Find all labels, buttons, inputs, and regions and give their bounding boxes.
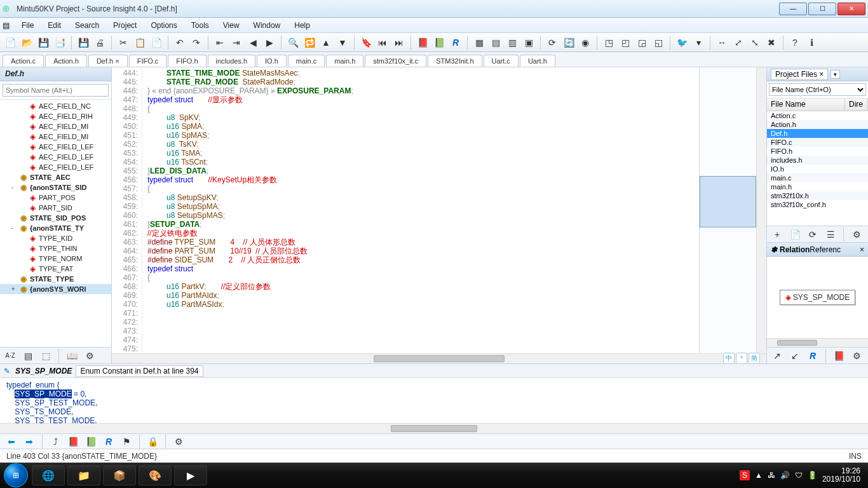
file-tab[interactable]: Uart.c bbox=[484, 55, 519, 67]
tree-item[interactable]: ◈TYPE_FAT bbox=[0, 264, 111, 274]
indent-right-icon[interactable]: ⇥ bbox=[229, 35, 244, 50]
file-list-item[interactable]: Def.h bbox=[767, 129, 868, 138]
indent-icon[interactable]: ▶ bbox=[262, 35, 277, 50]
file-list-item[interactable]: main.c bbox=[767, 173, 868, 182]
file-tab[interactable]: stm32f10x_it.c bbox=[365, 55, 426, 67]
help-icon[interactable]: ? bbox=[787, 35, 803, 50]
tree-item[interactable]: ◈TYPE_KID bbox=[0, 233, 111, 243]
replace-icon[interactable]: 🔁 bbox=[302, 35, 317, 50]
vertical-scrollbar[interactable] bbox=[756, 67, 766, 353]
col-dir[interactable]: Dire bbox=[845, 98, 868, 111]
code-editor[interactable]: STATE_TIME_MODE StateMasMsAec; STATE_RAD… bbox=[142, 67, 699, 353]
tree-item[interactable]: ◈PART_POS bbox=[0, 193, 111, 203]
relation-icon[interactable]: R bbox=[448, 35, 463, 50]
find-next-icon[interactable]: ▼ bbox=[335, 35, 350, 50]
nav-flag-icon[interactable]: ⚑ bbox=[119, 434, 134, 449]
nav-lock-icon[interactable]: 🔒 bbox=[145, 434, 160, 449]
nav-fwd-icon[interactable]: ➡ bbox=[22, 434, 37, 449]
minimap[interactable] bbox=[699, 67, 756, 353]
nav-book2-icon[interactable]: 📗 bbox=[83, 434, 98, 449]
tree-item[interactable]: ◈AEC_FIELD_LEF bbox=[0, 152, 111, 162]
refresh2-icon[interactable]: ⟳ bbox=[805, 227, 820, 242]
add-icon[interactable]: + bbox=[770, 227, 785, 242]
nav-back-icon[interactable]: ⬅ bbox=[4, 434, 19, 449]
nav-r-icon[interactable]: R bbox=[101, 434, 116, 449]
tree-item[interactable]: -◉{anonSTATE_SID bbox=[0, 182, 111, 193]
print-icon[interactable]: 🖨 bbox=[92, 35, 107, 50]
rel-gear-icon[interactable]: ⚙ bbox=[849, 348, 864, 363]
tree-item[interactable]: -◉{anonSTATE_TY bbox=[0, 223, 111, 233]
file-list-item[interactable]: stm32f10x.h bbox=[767, 191, 868, 200]
book-view-icon[interactable]: 📖 bbox=[64, 348, 79, 363]
panel4-icon[interactable]: ▣ bbox=[521, 35, 536, 50]
bookmark-next-icon[interactable]: ⏭ bbox=[391, 35, 407, 50]
tree-item[interactable]: ◈AEC_FIELD_LEF bbox=[0, 142, 111, 152]
file-list-item[interactable]: IO.h bbox=[767, 165, 868, 173]
horizontal-scrollbar[interactable] bbox=[112, 353, 766, 363]
indent-left-icon[interactable]: ⇤ bbox=[212, 35, 227, 50]
type-view-icon[interactable]: ⬚ bbox=[38, 348, 53, 363]
sync-icon[interactable]: ⟳ bbox=[545, 35, 560, 50]
window4-icon[interactable]: ◱ bbox=[651, 35, 666, 50]
nav-up-icon[interactable]: ⤴ bbox=[48, 434, 63, 449]
taskbar-app-3[interactable]: 📦 bbox=[103, 465, 136, 485]
file-tab[interactable]: STM32Init.h bbox=[428, 55, 482, 67]
gear-icon[interactable]: ⚙ bbox=[849, 227, 864, 242]
nav-book1-icon[interactable]: 📕 bbox=[65, 434, 81, 449]
filter-icon[interactable]: ☰ bbox=[823, 227, 838, 242]
tray-flag-icon[interactable]: ▲ bbox=[755, 471, 763, 480]
paste-icon[interactable]: 📄 bbox=[149, 35, 164, 50]
goto1-icon[interactable]: ↔ bbox=[714, 35, 729, 50]
taskbar-clock[interactable]: 19:26 2019/10/10 bbox=[822, 467, 860, 484]
file-list-item[interactable]: Action.c bbox=[767, 111, 868, 120]
symbol-filter-input[interactable] bbox=[3, 84, 109, 97]
maximize-button[interactable]: ☐ bbox=[808, 3, 836, 15]
tree-item[interactable]: ◉STATE_SID_POS bbox=[0, 213, 111, 223]
tree-item[interactable]: ◈AEC_FIELD_LEF bbox=[0, 162, 111, 172]
doc-icon[interactable]: 📄 bbox=[787, 227, 803, 242]
copy-icon[interactable]: 📋 bbox=[132, 35, 147, 50]
file-tab[interactable]: Action.c bbox=[3, 55, 44, 67]
menu-view[interactable]: View bbox=[217, 20, 246, 31]
context-hscroll[interactable] bbox=[0, 423, 868, 433]
struct-view-icon[interactable]: ▤ bbox=[20, 348, 36, 363]
tray-bat-icon[interactable]: 🔋 bbox=[808, 471, 817, 480]
file-list-item[interactable]: main.h bbox=[767, 182, 868, 191]
stop-icon[interactable]: ◉ bbox=[578, 35, 593, 50]
context-code[interactable]: typedef enum { SYS_SP_MODE = 0, SYS_SP_T… bbox=[0, 378, 868, 423]
file-tab[interactable]: Def.h × bbox=[88, 55, 128, 67]
tree-item[interactable]: ◈AEC_FIELD_NC bbox=[0, 101, 111, 111]
file-tab[interactable]: IO.h bbox=[257, 55, 287, 67]
file-tab[interactable]: FIFO.c bbox=[129, 55, 167, 67]
rel-out-icon[interactable]: ↗ bbox=[770, 348, 785, 363]
tree-item[interactable]: ◈AEC_FIELD_MI bbox=[0, 132, 111, 142]
bookmark-prev-icon[interactable]: ⏮ bbox=[375, 35, 390, 50]
menu-help[interactable]: Help bbox=[288, 20, 316, 31]
rel-r-icon[interactable]: R bbox=[805, 348, 820, 363]
file-tab[interactable]: main.h bbox=[326, 55, 363, 67]
taskbar-app-1[interactable]: 🌐 bbox=[32, 465, 65, 485]
panel3-icon[interactable]: ▥ bbox=[505, 35, 520, 50]
tree-item[interactable]: ◈PART_SID bbox=[0, 203, 111, 213]
project-files-tab[interactable]: Project Files × bbox=[771, 69, 828, 80]
file-tab[interactable]: main.c bbox=[288, 55, 325, 67]
menu-search[interactable]: Search bbox=[69, 20, 105, 31]
find-prev-icon[interactable]: ▲ bbox=[318, 35, 334, 50]
relation-hscroll[interactable] bbox=[767, 338, 868, 347]
tree-item[interactable]: ◈AEC_FIELD_MI bbox=[0, 121, 111, 132]
tree-item[interactable]: ◈AEC_FIELD_RIH bbox=[0, 111, 111, 121]
new-file-icon[interactable]: 📄 bbox=[3, 35, 18, 50]
file-tab[interactable]: Action.h bbox=[45, 55, 87, 67]
ime-float[interactable]: 中 ° 简 bbox=[723, 353, 760, 364]
panel1-icon[interactable]: ▦ bbox=[471, 35, 487, 50]
save2-icon[interactable]: 💾 bbox=[76, 35, 91, 50]
ime-zh-icon[interactable]: 中 bbox=[723, 353, 735, 364]
file-filter-select[interactable]: File Name (Ctrl+O) bbox=[769, 83, 866, 96]
taskbar-app-4[interactable]: 🎨 bbox=[139, 465, 172, 485]
menu-options[interactable]: Options bbox=[144, 20, 183, 31]
file-list-item[interactable]: FIFO.h bbox=[767, 147, 868, 156]
symbol-tree[interactable]: ◈AEC_FIELD_NC◈AEC_FIELD_RIH◈AEC_FIELD_MI… bbox=[0, 100, 111, 347]
menu-tools[interactable]: Tools bbox=[185, 20, 215, 31]
redo-icon[interactable]: ↷ bbox=[189, 35, 204, 50]
file-tab[interactable]: includes.h bbox=[208, 55, 256, 67]
